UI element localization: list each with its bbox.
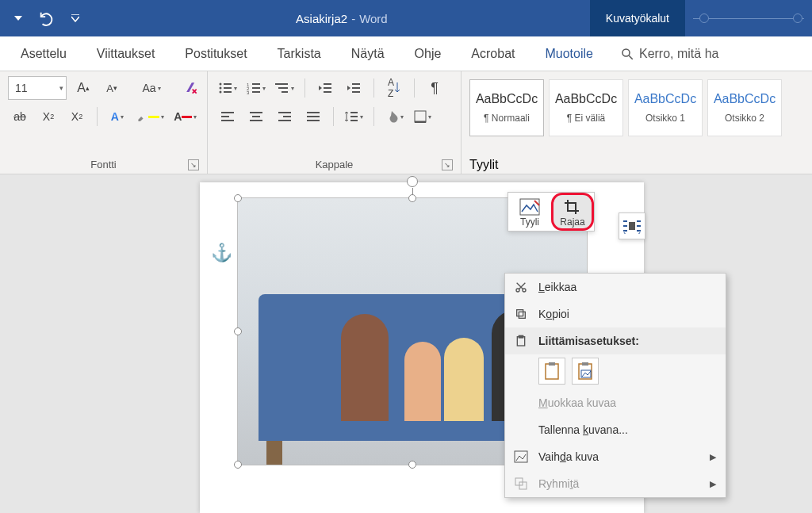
- ctx-change-image[interactable]: Vaihda kuva ▶: [505, 443, 726, 470]
- ribbon: 11▾ A▴ A▾ Aa▾ ab X2 X2 A▾: [0, 71, 812, 174]
- align-left-button[interactable]: [216, 105, 239, 128]
- decrease-indent-button[interactable]: [313, 76, 337, 100]
- ctx-paste-header: Liittämisasetukset:: [505, 327, 726, 354]
- tab-nayta[interactable]: Näytä: [348, 42, 388, 66]
- ctx-cut[interactable]: Leikkaa: [505, 274, 726, 301]
- mini-crop-button[interactable]: Rajaa: [551, 193, 594, 231]
- show-marks-button[interactable]: ¶: [423, 76, 446, 100]
- ctx-copy[interactable]: Kopioi: [505, 301, 726, 327]
- svg-rect-25: [221, 120, 234, 121]
- paste-keep-source[interactable]: [538, 358, 565, 385]
- tab-asettelu[interactable]: Asettelu: [17, 42, 70, 66]
- svg-line-1: [629, 56, 633, 59]
- svg-rect-53: [519, 335, 523, 338]
- paragraph-dialog-launcher[interactable]: ↘: [442, 159, 453, 170]
- svg-point-6: [220, 91, 222, 94]
- svg-rect-28: [250, 120, 262, 121]
- tab-viittaukset[interactable]: Viittaukset: [94, 42, 159, 66]
- text-effects-button[interactable]: A▾: [105, 105, 129, 128]
- window-title: Asiakirja2 - Word: [94, 0, 590, 36]
- shading-button[interactable]: ▾: [382, 105, 406, 128]
- line-spacing-button[interactable]: ▾: [342, 105, 366, 128]
- quick-access-toolbar: [0, 0, 94, 36]
- numbering-button[interactable]: 123▾: [244, 76, 268, 100]
- increase-indent-button[interactable]: [342, 76, 366, 100]
- contextual-tab-label: Kuvatyökalut: [590, 0, 685, 36]
- context-menu: Leikkaa Kopioi Liittämisasetukset: Muokk…: [504, 273, 726, 498]
- svg-rect-23: [221, 112, 234, 113]
- submenu-arrow-icon: ▶: [710, 479, 716, 489]
- align-right-button[interactable]: [273, 105, 297, 128]
- style-normaali[interactable]: AaBbCcDc ¶ Normaali: [469, 79, 544, 136]
- mini-style-button[interactable]: Tyyli: [508, 193, 551, 231]
- svg-rect-22: [352, 91, 360, 93]
- change-image-icon: [513, 449, 529, 465]
- qat-customize-icon[interactable]: [63, 6, 87, 30]
- copy-icon: [513, 306, 529, 322]
- strikethrough-button[interactable]: ab: [8, 105, 32, 128]
- multilevel-list-button[interactable]: ▾: [273, 76, 297, 100]
- paste-icon: [513, 333, 529, 349]
- title-bar: Asiakirja2 - Word Kuvatyökalut: [0, 0, 812, 36]
- svg-point-4: [220, 87, 222, 90]
- highlight-button[interactable]: ▾: [134, 105, 167, 128]
- title-separator: -: [351, 12, 355, 25]
- grow-font-button[interactable]: A▴: [71, 76, 95, 100]
- tab-tarkista[interactable]: Tarkista: [274, 42, 324, 66]
- tab-ohje[interactable]: Ohje: [412, 42, 445, 66]
- superscript-button[interactable]: X2: [65, 105, 89, 128]
- svg-rect-19: [324, 91, 331, 93]
- resize-handle-n[interactable]: [408, 194, 416, 202]
- svg-rect-29: [278, 112, 291, 113]
- svg-rect-30: [283, 116, 291, 117]
- svg-rect-56: [579, 364, 592, 379]
- resize-handle-w[interactable]: [234, 327, 242, 335]
- qat-dropdown-icon[interactable]: [6, 6, 30, 30]
- svg-rect-18: [324, 87, 331, 89]
- sort-button[interactable]: AZ: [382, 76, 406, 100]
- clear-formatting-button[interactable]: [179, 76, 203, 100]
- layout-options-button[interactable]: [619, 212, 645, 239]
- paste-picture[interactable]: [572, 358, 599, 385]
- svg-rect-17: [324, 83, 331, 85]
- resize-handle-s[interactable]: [408, 461, 416, 469]
- bullets-button[interactable]: ▾: [216, 76, 239, 100]
- style-otsikko-2[interactable]: AaBbCcDc Otsikko 2: [707, 79, 782, 136]
- svg-rect-54: [546, 364, 558, 379]
- tab-muotoile[interactable]: Muotoile: [542, 42, 596, 66]
- resize-handle-sw[interactable]: [234, 461, 242, 469]
- align-center-button[interactable]: [244, 105, 268, 128]
- svg-rect-15: [278, 87, 288, 89]
- title-bar-right: [685, 0, 812, 36]
- group-icon: [513, 476, 529, 492]
- svg-rect-26: [250, 112, 262, 113]
- font-color-button[interactable]: A ▾: [171, 105, 199, 128]
- font-size-combo[interactable]: 11▾: [8, 76, 67, 100]
- svg-rect-55: [549, 362, 555, 366]
- justify-button[interactable]: [301, 105, 325, 128]
- ribbon-group-styles: AaBbCcDc ¶ Normaali AaBbCcDc ¶ Ei väliä …: [462, 71, 812, 174]
- tab-acrobat[interactable]: Acrobat: [468, 42, 518, 66]
- subscript-button[interactable]: X2: [36, 105, 60, 128]
- shrink-font-button[interactable]: A▾: [100, 76, 124, 100]
- svg-rect-20: [352, 83, 360, 85]
- svg-rect-13: [252, 91, 260, 93]
- style-ei-valia[interactable]: AaBbCcDc ¶ Ei väliä: [549, 79, 623, 136]
- svg-rect-7: [224, 91, 232, 93]
- change-case-button[interactable]: Aa▾: [140, 76, 163, 100]
- svg-rect-34: [307, 120, 320, 121]
- ctx-save-as-image[interactable]: Tallenna kuvana...: [505, 416, 726, 443]
- font-dialog-launcher[interactable]: ↘: [188, 159, 199, 170]
- layout-options-icon: [622, 218, 642, 234]
- undo-button[interactable]: [35, 6, 59, 30]
- clipboard-icon: [543, 362, 561, 381]
- svg-rect-37: [350, 120, 358, 121]
- borders-button[interactable]: ▾: [411, 105, 435, 128]
- tell-me-search[interactable]: Kerro, mitä ha: [620, 47, 718, 61]
- document-area: ⚓ Tyyli: [0, 174, 812, 513]
- style-otsikko-1[interactable]: AaBbCcDc Otsikko 1: [628, 79, 703, 136]
- anchor-icon: ⚓: [211, 243, 232, 263]
- rotate-handle[interactable]: [407, 176, 418, 187]
- resize-handle-nw[interactable]: [234, 194, 242, 202]
- tab-postitukset[interactable]: Postitukset: [182, 42, 250, 66]
